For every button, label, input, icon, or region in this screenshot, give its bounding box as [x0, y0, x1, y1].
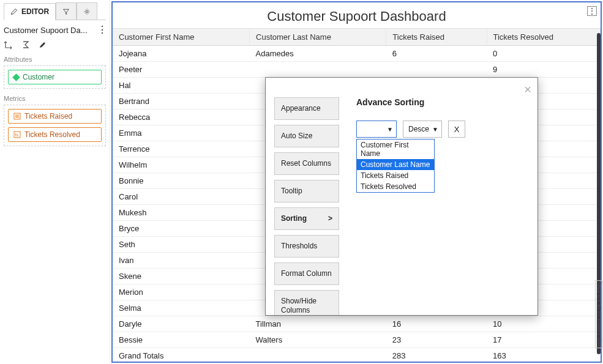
sorting-modal: × AppearanceAuto SizeReset ColumnsToolti… [265, 77, 538, 316]
filter-icon [62, 8, 70, 15]
chip-label: Tickets Raised [24, 112, 72, 121]
transform-icon [4, 40, 13, 50]
table-cell: Bonnie [113, 173, 250, 189]
table-cell: Peeter [113, 62, 250, 78]
table-cell: Walters [250, 332, 386, 348]
metrics-label: Metrics [4, 95, 106, 102]
tool-transform[interactable] [4, 40, 13, 50]
tab-editor-label: EDITOR [21, 7, 49, 16]
table-cell: Jojeana [113, 46, 250, 62]
tab-filter[interactable] [56, 2, 77, 20]
modal-nav-item[interactable]: Show/Hide Columns [274, 290, 339, 315]
table-cell: Carol [113, 189, 250, 205]
table-cell: 6 [386, 46, 487, 62]
caret-down-icon: ▼ [387, 126, 393, 133]
svg-text:fx: fx [15, 133, 19, 137]
table-cell: 17 [487, 332, 601, 348]
sigma-icon [21, 40, 31, 50]
modal-nav-item[interactable]: Auto Size [274, 125, 339, 147]
sort-field-select[interactable]: ▼ [356, 121, 397, 138]
remove-sort-button[interactable]: X [448, 121, 465, 138]
modal-heading: Advance Sorting [356, 97, 525, 107]
table-cell: Adamedes [250, 46, 386, 62]
table-cell: 0 [487, 46, 601, 62]
viz-title: Customer Supoort Dashboard [267, 9, 446, 24]
sort-field-dropdown: Customer First NameCustomer Last NameTic… [356, 139, 435, 193]
table-cell: Bertrand [113, 94, 250, 110]
dropdown-option[interactable]: Tickets Resolved [357, 181, 434, 192]
caret-down-icon: ▼ [432, 126, 438, 133]
modal-nav-item[interactable]: Reset Columns [274, 152, 339, 175]
sort-order-value: Desce [408, 125, 429, 133]
nav-label: Format Column [281, 269, 332, 278]
modal-nav-item[interactable]: Thresholds [274, 235, 339, 258]
dropdown-option[interactable]: Tickets Raised [357, 170, 434, 181]
table-cell: Selma [113, 300, 250, 316]
column-header[interactable]: Customer First Name [113, 29, 250, 46]
nav-label: Sorting [281, 214, 307, 223]
table-cell: Emma [113, 125, 250, 141]
table-cell: Wilhelm [113, 157, 250, 173]
document-menu-button[interactable]: ⋮ [97, 25, 106, 35]
viz-menu-button[interactable]: ⋮ [587, 6, 597, 16]
metric-chip[interactable]: fxTickets Resolved [8, 127, 102, 142]
table-cell: Hal [113, 78, 250, 94]
dropdown-option[interactable]: Customer Last Name [357, 159, 434, 170]
chip-label: Tickets Resolved [24, 130, 80, 139]
tab-settings[interactable] [77, 2, 97, 20]
metric-chip[interactable]: Tickets Raised [8, 109, 102, 124]
sort-order-select[interactable]: Desce ▼ [403, 121, 442, 138]
main-area: Customer Supoort Dashboard ⋮ Customer Fi… [110, 0, 603, 364]
table-cell: 16 [386, 316, 487, 332]
tool-sigma[interactable] [21, 40, 31, 50]
nav-label: Reset Columns [281, 159, 331, 168]
table-cell: Bessie [113, 332, 250, 348]
column-header[interactable]: Tickets Raised [386, 29, 487, 46]
table-cell: Seth [113, 237, 250, 253]
nav-label: Thresholds [281, 242, 317, 250]
modal-nav-item[interactable]: Sorting> [274, 207, 339, 230]
document-title: Customer Supoort Da... [4, 26, 97, 35]
nav-label: Appearance [281, 104, 321, 113]
table-cell [386, 62, 487, 78]
table-row[interactable]: DaryleTillman1610 [113, 316, 601, 332]
diamond-icon [12, 73, 20, 81]
table-cell: Bryce [113, 221, 250, 237]
attribute-chip[interactable]: Customer [8, 70, 102, 84]
table-cell: Daryle [113, 316, 250, 332]
table-cell: 283 [386, 348, 487, 362]
table-cell [250, 62, 386, 78]
table-cell: Ivan [113, 253, 250, 269]
vertical-dots-icon: ⋮ [588, 7, 596, 15]
nav-label: Show/Hide Columns [281, 297, 316, 314]
nav-label: Auto Size [281, 132, 312, 140]
nav-label: Tooltip [281, 187, 302, 195]
modal-content: Advance Sorting ▼ Customer First NameCus… [344, 78, 537, 315]
column-header[interactable]: Customer Last Name [250, 29, 386, 46]
pencil-icon [10, 8, 18, 15]
totals-row: Grand Totals283163 [113, 348, 601, 362]
column-header[interactable]: Tickets Resolved [487, 29, 601, 46]
metric-icon [13, 113, 21, 120]
table-cell: Terrence [113, 141, 250, 157]
table-cell [250, 348, 386, 362]
table-cell: Rebecca [113, 110, 250, 125]
tool-highlight[interactable] [38, 40, 48, 50]
metrics-box: Tickets RaisedfxTickets Resolved [4, 105, 106, 146]
table-row[interactable]: BessieWalters2317 [113, 332, 601, 348]
remove-sort-label: X [454, 125, 460, 134]
modal-close-button[interactable]: × [524, 83, 531, 97]
modal-nav-item[interactable]: Tooltip [274, 180, 339, 202]
table-row[interactable]: Peeter9 [113, 62, 601, 78]
gear-icon [83, 8, 91, 15]
dropdown-option[interactable]: Customer First Name [357, 139, 434, 159]
modal-nav-item[interactable]: Appearance [274, 97, 339, 120]
modal-nav-item[interactable]: Format Column [274, 262, 339, 285]
table-cell: Grand Totals [113, 348, 250, 362]
tab-editor[interactable]: EDITOR [4, 3, 56, 20]
table-row[interactable]: JojeanaAdamedes60 [113, 46, 601, 62]
chip-label: Customer [23, 73, 54, 81]
fx-icon: fx [13, 131, 21, 138]
svg-point-0 [86, 10, 88, 12]
table-cell: Mukesh [113, 205, 250, 221]
